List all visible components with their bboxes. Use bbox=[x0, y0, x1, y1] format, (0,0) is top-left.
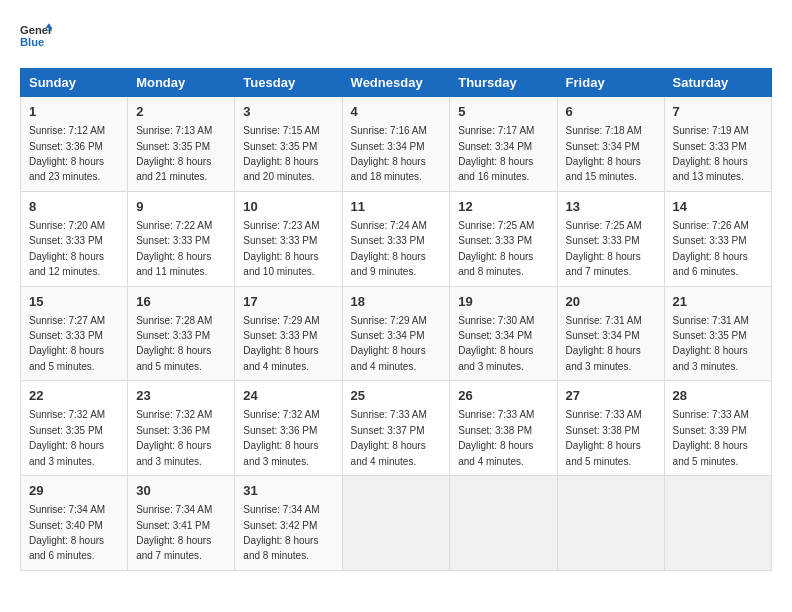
day-number: 21 bbox=[673, 293, 763, 311]
day-info: Sunrise: 7:32 AM Sunset: 3:36 PM Dayligh… bbox=[243, 409, 319, 466]
calendar-cell: 12 Sunrise: 7:25 AM Sunset: 3:33 PM Dayl… bbox=[450, 191, 557, 286]
calendar-cell: 10 Sunrise: 7:23 AM Sunset: 3:33 PM Dayl… bbox=[235, 191, 342, 286]
day-info: Sunrise: 7:34 AM Sunset: 3:40 PM Dayligh… bbox=[29, 504, 105, 561]
calendar-cell: 23 Sunrise: 7:32 AM Sunset: 3:36 PM Dayl… bbox=[128, 381, 235, 476]
svg-text:Blue: Blue bbox=[20, 36, 44, 48]
calendar-cell: 13 Sunrise: 7:25 AM Sunset: 3:33 PM Dayl… bbox=[557, 191, 664, 286]
day-info: Sunrise: 7:32 AM Sunset: 3:35 PM Dayligh… bbox=[29, 409, 105, 466]
day-number: 18 bbox=[351, 293, 442, 311]
calendar-cell bbox=[450, 476, 557, 571]
day-number: 13 bbox=[566, 198, 656, 216]
day-info: Sunrise: 7:31 AM Sunset: 3:34 PM Dayligh… bbox=[566, 315, 642, 372]
day-info: Sunrise: 7:34 AM Sunset: 3:42 PM Dayligh… bbox=[243, 504, 319, 561]
day-number: 10 bbox=[243, 198, 333, 216]
calendar-week-row: 1 Sunrise: 7:12 AM Sunset: 3:36 PM Dayli… bbox=[21, 97, 772, 192]
day-number: 2 bbox=[136, 103, 226, 121]
day-number: 23 bbox=[136, 387, 226, 405]
day-info: Sunrise: 7:30 AM Sunset: 3:34 PM Dayligh… bbox=[458, 315, 534, 372]
column-header-saturday: Saturday bbox=[664, 69, 771, 97]
calendar-cell: 21 Sunrise: 7:31 AM Sunset: 3:35 PM Dayl… bbox=[664, 286, 771, 381]
calendar-cell: 4 Sunrise: 7:16 AM Sunset: 3:34 PM Dayli… bbox=[342, 97, 450, 192]
day-number: 30 bbox=[136, 482, 226, 500]
calendar-cell bbox=[664, 476, 771, 571]
day-info: Sunrise: 7:15 AM Sunset: 3:35 PM Dayligh… bbox=[243, 125, 319, 182]
calendar-cell: 14 Sunrise: 7:26 AM Sunset: 3:33 PM Dayl… bbox=[664, 191, 771, 286]
calendar-header-row: SundayMondayTuesdayWednesdayThursdayFrid… bbox=[21, 69, 772, 97]
calendar-cell: 15 Sunrise: 7:27 AM Sunset: 3:33 PM Dayl… bbox=[21, 286, 128, 381]
calendar-cell: 26 Sunrise: 7:33 AM Sunset: 3:38 PM Dayl… bbox=[450, 381, 557, 476]
calendar-cell: 19 Sunrise: 7:30 AM Sunset: 3:34 PM Dayl… bbox=[450, 286, 557, 381]
day-info: Sunrise: 7:19 AM Sunset: 3:33 PM Dayligh… bbox=[673, 125, 749, 182]
day-info: Sunrise: 7:17 AM Sunset: 3:34 PM Dayligh… bbox=[458, 125, 534, 182]
calendar-cell: 1 Sunrise: 7:12 AM Sunset: 3:36 PM Dayli… bbox=[21, 97, 128, 192]
day-number: 14 bbox=[673, 198, 763, 216]
day-number: 11 bbox=[351, 198, 442, 216]
day-info: Sunrise: 7:32 AM Sunset: 3:36 PM Dayligh… bbox=[136, 409, 212, 466]
calendar-cell: 9 Sunrise: 7:22 AM Sunset: 3:33 PM Dayli… bbox=[128, 191, 235, 286]
day-number: 26 bbox=[458, 387, 548, 405]
day-number: 29 bbox=[29, 482, 119, 500]
day-number: 27 bbox=[566, 387, 656, 405]
calendar-cell: 20 Sunrise: 7:31 AM Sunset: 3:34 PM Dayl… bbox=[557, 286, 664, 381]
day-info: Sunrise: 7:24 AM Sunset: 3:33 PM Dayligh… bbox=[351, 220, 427, 277]
day-number: 5 bbox=[458, 103, 548, 121]
calendar-cell: 11 Sunrise: 7:24 AM Sunset: 3:33 PM Dayl… bbox=[342, 191, 450, 286]
calendar-cell: 3 Sunrise: 7:15 AM Sunset: 3:35 PM Dayli… bbox=[235, 97, 342, 192]
column-header-monday: Monday bbox=[128, 69, 235, 97]
calendar-cell: 30 Sunrise: 7:34 AM Sunset: 3:41 PM Dayl… bbox=[128, 476, 235, 571]
calendar-cell: 8 Sunrise: 7:20 AM Sunset: 3:33 PM Dayli… bbox=[21, 191, 128, 286]
calendar-cell: 18 Sunrise: 7:29 AM Sunset: 3:34 PM Dayl… bbox=[342, 286, 450, 381]
calendar-cell: 24 Sunrise: 7:32 AM Sunset: 3:36 PM Dayl… bbox=[235, 381, 342, 476]
day-info: Sunrise: 7:33 AM Sunset: 3:38 PM Dayligh… bbox=[458, 409, 534, 466]
logo-icon: General Blue bbox=[20, 20, 52, 52]
day-info: Sunrise: 7:33 AM Sunset: 3:38 PM Dayligh… bbox=[566, 409, 642, 466]
column-header-wednesday: Wednesday bbox=[342, 69, 450, 97]
calendar-cell: 22 Sunrise: 7:32 AM Sunset: 3:35 PM Dayl… bbox=[21, 381, 128, 476]
day-number: 19 bbox=[458, 293, 548, 311]
day-number: 28 bbox=[673, 387, 763, 405]
day-info: Sunrise: 7:25 AM Sunset: 3:33 PM Dayligh… bbox=[566, 220, 642, 277]
calendar-week-row: 29 Sunrise: 7:34 AM Sunset: 3:40 PM Dayl… bbox=[21, 476, 772, 571]
day-info: Sunrise: 7:13 AM Sunset: 3:35 PM Dayligh… bbox=[136, 125, 212, 182]
calendar-cell: 7 Sunrise: 7:19 AM Sunset: 3:33 PM Dayli… bbox=[664, 97, 771, 192]
column-header-thursday: Thursday bbox=[450, 69, 557, 97]
column-header-friday: Friday bbox=[557, 69, 664, 97]
calendar-week-row: 15 Sunrise: 7:27 AM Sunset: 3:33 PM Dayl… bbox=[21, 286, 772, 381]
calendar-cell: 17 Sunrise: 7:29 AM Sunset: 3:33 PM Dayl… bbox=[235, 286, 342, 381]
day-number: 6 bbox=[566, 103, 656, 121]
calendar-cell bbox=[557, 476, 664, 571]
day-number: 3 bbox=[243, 103, 333, 121]
day-info: Sunrise: 7:34 AM Sunset: 3:41 PM Dayligh… bbox=[136, 504, 212, 561]
day-info: Sunrise: 7:31 AM Sunset: 3:35 PM Dayligh… bbox=[673, 315, 749, 372]
day-number: 22 bbox=[29, 387, 119, 405]
day-number: 12 bbox=[458, 198, 548, 216]
day-info: Sunrise: 7:20 AM Sunset: 3:33 PM Dayligh… bbox=[29, 220, 105, 277]
day-info: Sunrise: 7:22 AM Sunset: 3:33 PM Dayligh… bbox=[136, 220, 212, 277]
day-info: Sunrise: 7:26 AM Sunset: 3:33 PM Dayligh… bbox=[673, 220, 749, 277]
calendar-cell: 29 Sunrise: 7:34 AM Sunset: 3:40 PM Dayl… bbox=[21, 476, 128, 571]
day-number: 25 bbox=[351, 387, 442, 405]
calendar-table: SundayMondayTuesdayWednesdayThursdayFrid… bbox=[20, 68, 772, 571]
day-info: Sunrise: 7:28 AM Sunset: 3:33 PM Dayligh… bbox=[136, 315, 212, 372]
day-number: 15 bbox=[29, 293, 119, 311]
day-info: Sunrise: 7:23 AM Sunset: 3:33 PM Dayligh… bbox=[243, 220, 319, 277]
day-number: 31 bbox=[243, 482, 333, 500]
day-number: 8 bbox=[29, 198, 119, 216]
day-info: Sunrise: 7:33 AM Sunset: 3:39 PM Dayligh… bbox=[673, 409, 749, 466]
calendar-cell: 27 Sunrise: 7:33 AM Sunset: 3:38 PM Dayl… bbox=[557, 381, 664, 476]
column-header-tuesday: Tuesday bbox=[235, 69, 342, 97]
day-number: 4 bbox=[351, 103, 442, 121]
day-info: Sunrise: 7:29 AM Sunset: 3:33 PM Dayligh… bbox=[243, 315, 319, 372]
calendar-week-row: 8 Sunrise: 7:20 AM Sunset: 3:33 PM Dayli… bbox=[21, 191, 772, 286]
day-number: 9 bbox=[136, 198, 226, 216]
day-info: Sunrise: 7:12 AM Sunset: 3:36 PM Dayligh… bbox=[29, 125, 105, 182]
day-number: 20 bbox=[566, 293, 656, 311]
day-info: Sunrise: 7:33 AM Sunset: 3:37 PM Dayligh… bbox=[351, 409, 427, 466]
logo: General Blue bbox=[20, 20, 60, 52]
day-info: Sunrise: 7:29 AM Sunset: 3:34 PM Dayligh… bbox=[351, 315, 427, 372]
day-number: 7 bbox=[673, 103, 763, 121]
calendar-cell: 2 Sunrise: 7:13 AM Sunset: 3:35 PM Dayli… bbox=[128, 97, 235, 192]
calendar-cell bbox=[342, 476, 450, 571]
day-info: Sunrise: 7:16 AM Sunset: 3:34 PM Dayligh… bbox=[351, 125, 427, 182]
calendar-cell: 16 Sunrise: 7:28 AM Sunset: 3:33 PM Dayl… bbox=[128, 286, 235, 381]
